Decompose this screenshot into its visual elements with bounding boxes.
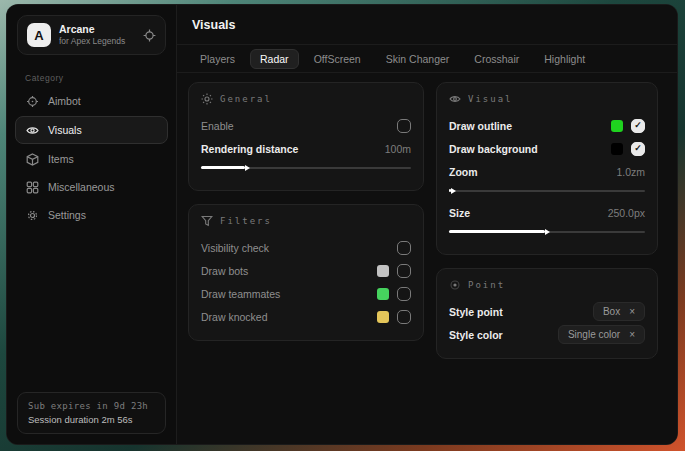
setting-label: Draw outline xyxy=(449,120,512,132)
grid-icon xyxy=(26,181,39,194)
panel-title: Visual xyxy=(468,94,513,104)
setting-label: Visibility check xyxy=(201,242,269,254)
page-title: Visuals xyxy=(192,18,236,32)
color-swatch[interactable] xyxy=(377,311,389,323)
color-swatch[interactable] xyxy=(377,265,389,277)
color-swatch[interactable] xyxy=(611,120,623,132)
main-area: Visuals Players Radar OffScreen Skin Cha… xyxy=(177,5,677,444)
setting-value: 250.0px xyxy=(608,207,645,219)
sidebar-item-label: Visuals xyxy=(48,124,82,136)
selected-option: Single color xyxy=(568,329,620,340)
eye-icon xyxy=(449,93,461,105)
tab-players[interactable]: Players xyxy=(190,49,245,69)
eye-icon xyxy=(26,124,39,137)
panel-title: General xyxy=(220,94,272,104)
setting-row-enable: Enable xyxy=(201,114,411,137)
sidebar: A Arcane for Apex Legends Category Aimbo… xyxy=(7,5,177,444)
close-icon[interactable] xyxy=(629,307,635,317)
visibility-check-checkbox[interactable] xyxy=(397,241,411,255)
sidebar-nav: Aimbot Visuals Items Miscellaneous xyxy=(7,87,176,229)
tab-crosshair[interactable]: Crosshair xyxy=(464,49,529,69)
sidebar-item-settings[interactable]: Settings xyxy=(15,202,168,228)
tab-offscreen[interactable]: OffScreen xyxy=(304,49,371,69)
app-logo: A xyxy=(27,23,51,47)
brand-card: A Arcane for Apex Legends xyxy=(17,15,166,55)
setting-row-style-color: Style color Single color xyxy=(449,323,645,346)
setting-row-draw-background: Draw background xyxy=(449,137,645,160)
setting-row-draw-knocked: Draw knocked xyxy=(201,305,411,328)
tab-skin-changer[interactable]: Skin Changer xyxy=(376,49,460,69)
draw-bots-checkbox[interactable] xyxy=(397,264,411,278)
style-color-select[interactable]: Single color xyxy=(558,325,645,344)
main-header: Visuals xyxy=(177,5,677,45)
sidebar-item-visuals[interactable]: Visuals xyxy=(15,116,168,144)
style-point-select[interactable]: Box xyxy=(593,302,645,321)
tab-radar[interactable]: Radar xyxy=(250,49,299,69)
close-icon[interactable] xyxy=(629,330,635,340)
sub-expiry-text: Sub expires in 9d 23h xyxy=(28,401,155,411)
draw-teammates-checkbox[interactable] xyxy=(397,287,411,301)
app-subtitle: for Apex Legends xyxy=(59,36,135,47)
sun-icon xyxy=(201,93,213,105)
app-name: Arcane xyxy=(59,23,135,36)
content-area: General Enable Rendering distance 100m xyxy=(177,73,677,444)
setting-label: Style point xyxy=(449,306,503,318)
setting-row-visibility-check: Visibility check xyxy=(201,236,411,259)
draw-outline-checkbox[interactable] xyxy=(631,119,645,133)
setting-row-style-point: Style point Box xyxy=(449,300,645,323)
panel-filters: Filters Visibility check Draw bots xyxy=(188,204,424,341)
rendering-distance-slider[interactable] xyxy=(201,163,411,172)
setting-label: Draw bots xyxy=(201,265,248,277)
setting-row-draw-bots: Draw bots xyxy=(201,259,411,282)
sidebar-item-label: Items xyxy=(48,153,74,165)
app-window: A Arcane for Apex Legends Category Aimbo… xyxy=(6,4,678,445)
sidebar-item-label: Settings xyxy=(48,209,86,221)
setting-row-rendering-distance: Rendering distance 100m xyxy=(201,137,411,160)
color-swatch[interactable] xyxy=(611,143,623,155)
dot-icon xyxy=(449,279,461,291)
panel-title: Filters xyxy=(220,216,272,226)
sidebar-item-label: Miscellaneous xyxy=(48,181,115,193)
sidebar-item-miscellaneous[interactable]: Miscellaneous xyxy=(15,174,168,200)
gear-icon xyxy=(26,209,39,222)
setting-row-draw-outline: Draw outline xyxy=(449,114,645,137)
tab-highlight[interactable]: Highlight xyxy=(534,49,595,69)
crosshair-icon xyxy=(26,95,39,108)
panel-point: Point Style point Box Style color Single… xyxy=(436,268,658,359)
size-slider[interactable] xyxy=(449,227,645,236)
setting-value: 1.0zm xyxy=(616,166,645,178)
setting-label: Size xyxy=(449,207,470,219)
setting-row-zoom: Zoom 1.0zm xyxy=(449,160,645,183)
sidebar-item-label: Aimbot xyxy=(48,95,81,107)
funnel-icon xyxy=(201,215,213,227)
subscription-info: Sub expires in 9d 23h Session duration 2… xyxy=(17,392,166,434)
tab-bar: Players Radar OffScreen Skin Changer Cro… xyxy=(177,45,677,73)
draw-background-checkbox[interactable] xyxy=(631,142,645,156)
selected-option: Box xyxy=(603,306,620,317)
setting-label: Draw knocked xyxy=(201,311,268,323)
setting-row-draw-teammates: Draw teammates xyxy=(201,282,411,305)
category-label: Category xyxy=(25,73,176,83)
setting-label: Draw teammates xyxy=(201,288,280,300)
setting-label: Zoom xyxy=(449,166,478,178)
panel-title: Point xyxy=(468,280,505,290)
setting-row-size: Size 250.0px xyxy=(449,201,645,224)
setting-value: 100m xyxy=(385,143,411,155)
zoom-slider[interactable] xyxy=(449,186,645,195)
panel-general: General Enable Rendering distance 100m xyxy=(188,82,424,191)
draw-knocked-checkbox[interactable] xyxy=(397,310,411,324)
panel-visual: Visual Draw outline Draw background xyxy=(436,82,658,255)
setting-label: Enable xyxy=(201,120,234,132)
sidebar-item-items[interactable]: Items xyxy=(15,146,168,172)
target-icon[interactable] xyxy=(143,29,156,42)
sidebar-item-aimbot[interactable]: Aimbot xyxy=(15,88,168,114)
color-swatch[interactable] xyxy=(377,288,389,300)
setting-label: Style color xyxy=(449,329,503,341)
package-icon xyxy=(26,153,39,166)
session-duration-text: Session duration 2m 56s xyxy=(28,414,155,425)
enable-checkbox[interactable] xyxy=(397,119,411,133)
setting-label: Rendering distance xyxy=(201,143,298,155)
setting-label: Draw background xyxy=(449,143,538,155)
